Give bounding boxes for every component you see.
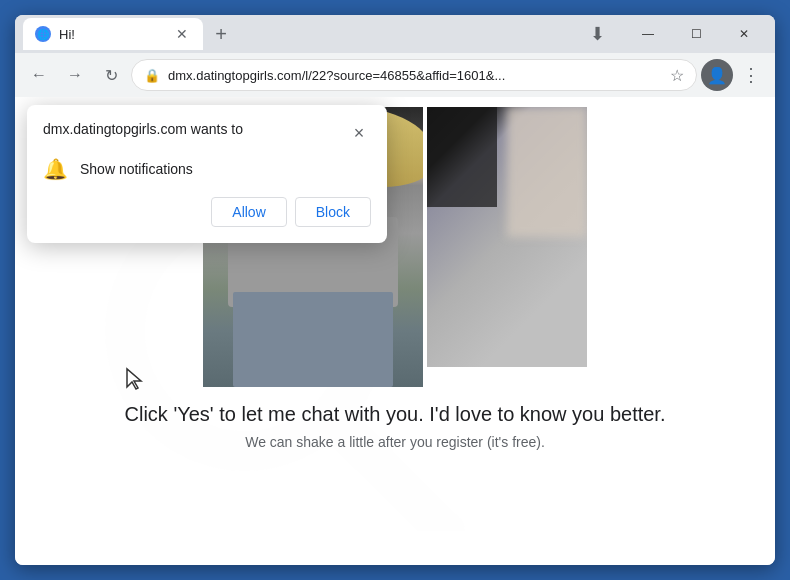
block-button[interactable]: Block xyxy=(295,197,371,227)
popup-close-button[interactable]: × xyxy=(347,121,371,145)
nav-bar: ← → ↻ 🔒 dmx.datingtopgirls.com/l/22?sour… xyxy=(15,53,775,97)
address-bar-icons: ☆ xyxy=(670,66,684,85)
popup-header: dmx.datingtopgirls.com wants to × xyxy=(43,121,371,145)
notification-popup: dmx.datingtopgirls.com wants to × 🔔 Show… xyxy=(27,105,387,243)
popup-notification-row: 🔔 Show notifications xyxy=(43,157,371,181)
allow-button[interactable]: Allow xyxy=(211,197,286,227)
back-button[interactable]: ← xyxy=(23,59,55,91)
tab-strip: 🌐 Hi! ✕ + xyxy=(23,18,577,50)
popup-buttons: Allow Block xyxy=(43,197,371,227)
tab-title: Hi! xyxy=(59,27,165,42)
extensions-icon[interactable]: ⬇ xyxy=(581,18,613,50)
active-tab[interactable]: 🌐 Hi! ✕ xyxy=(23,18,203,50)
close-button[interactable]: ✕ xyxy=(721,18,767,50)
tab-close-button[interactable]: ✕ xyxy=(173,25,191,43)
bookmark-icon[interactable]: ☆ xyxy=(670,66,684,85)
window-controls: — ☐ ✕ xyxy=(625,18,767,50)
profile-icon[interactable]: 👤 xyxy=(701,59,733,91)
page-main-text: Click 'Yes' to let me chat with you. I'd… xyxy=(125,403,666,426)
title-bar: 🌐 Hi! ✕ + ⬇ — ☐ ✕ xyxy=(15,15,775,53)
page-sub-text: We can shake a little after you register… xyxy=(245,434,545,450)
reload-button[interactable]: ↻ xyxy=(95,59,127,91)
page-background: FIX IT xyxy=(15,97,775,565)
notification-label: Show notifications xyxy=(80,161,193,177)
url-text: dmx.datingtopgirls.com/l/22?source=46855… xyxy=(168,68,662,83)
popup-title: dmx.datingtopgirls.com wants to xyxy=(43,121,243,137)
menu-button[interactable]: ⋮ xyxy=(735,59,767,91)
lock-icon: 🔒 xyxy=(144,68,160,83)
bell-icon: 🔔 xyxy=(43,157,68,181)
browser-window: 🌐 Hi! ✕ + ⬇ — ☐ ✕ ← → ↻ 🔒 dmx.datingtopg… xyxy=(15,15,775,565)
forward-button[interactable]: → xyxy=(59,59,91,91)
new-tab-button[interactable]: + xyxy=(207,20,235,48)
secondary-photo xyxy=(427,107,587,367)
minimize-button[interactable]: — xyxy=(625,18,671,50)
page-content: FIX IT xyxy=(15,97,775,565)
address-bar[interactable]: 🔒 dmx.datingtopgirls.com/l/22?source=468… xyxy=(131,59,697,91)
maximize-button[interactable]: ☐ xyxy=(673,18,719,50)
tab-favicon: 🌐 xyxy=(35,26,51,42)
nav-right-icons: 👤 ⋮ xyxy=(701,59,767,91)
